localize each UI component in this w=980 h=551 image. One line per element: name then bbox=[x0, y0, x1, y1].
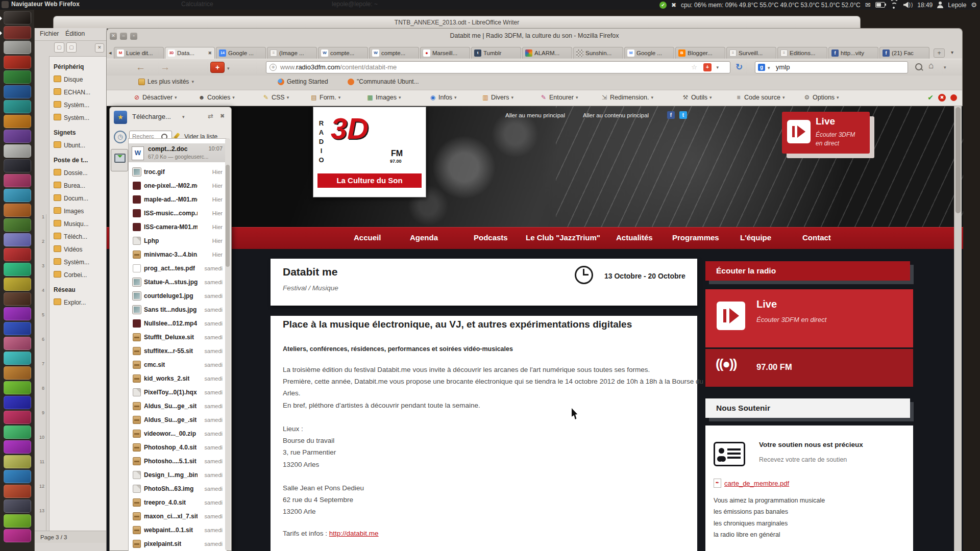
page-scrollbar[interactable] bbox=[954, 106, 962, 551]
update-ok-icon[interactable]: ✔ bbox=[659, 2, 667, 9]
launcher-icon[interactable] bbox=[4, 204, 31, 217]
launcher-icon[interactable] bbox=[4, 130, 31, 143]
downloads-rail[interactable] bbox=[111, 149, 128, 171]
site-nav-item[interactable]: Le Club "JazzTrium" bbox=[526, 233, 600, 242]
live-listen-button[interactable]: Live Écouter 3DFM en direct bbox=[782, 112, 870, 154]
wifi-icon[interactable] bbox=[890, 2, 899, 8]
gear-icon[interactable]: ⚙ bbox=[971, 1, 977, 9]
webdev-menu-item[interactable]: ≡Code source▾ bbox=[735, 94, 785, 101]
launcher-icon[interactable] bbox=[4, 41, 31, 54]
browser-tab[interactable]: ≡(Image ...✖ bbox=[267, 47, 317, 59]
engine-caret-icon[interactable]: ▾ bbox=[768, 65, 770, 70]
launcher-icon[interactable] bbox=[4, 292, 31, 306]
scroll-thumb[interactable] bbox=[955, 107, 961, 213]
site-nav-item[interactable]: Agenda bbox=[410, 233, 438, 242]
launcher-icon[interactable] bbox=[4, 100, 31, 113]
browser-tab[interactable]: f(21) Fac✖ bbox=[879, 47, 929, 59]
launcher-icon[interactable] bbox=[4, 263, 31, 276]
menu-item[interactable]: Fichier bbox=[40, 30, 59, 37]
browser-tab[interactable]: MLucie dit...✖ bbox=[114, 47, 164, 59]
launcher-icon[interactable] bbox=[4, 11, 31, 24]
launcher-icon[interactable] bbox=[4, 174, 31, 187]
launcher-icon[interactable] bbox=[4, 159, 31, 172]
download-item[interactable]: maxon_ci...xl_7.sitsamedi bbox=[129, 510, 227, 523]
home-icon[interactable]: ⌂ bbox=[928, 61, 934, 71]
launcher-icon[interactable] bbox=[4, 218, 31, 232]
download-item[interactable]: treepro_4.0.sitsamedi bbox=[129, 496, 227, 510]
error-icon[interactable]: ✖ bbox=[938, 94, 946, 102]
dialog-sidebar-entry[interactable]: Vidéos bbox=[50, 243, 107, 256]
user-name[interactable]: Lepole bbox=[948, 2, 966, 9]
site-nav-item[interactable]: Podcasts bbox=[474, 233, 508, 242]
bookmark-star-icon[interactable]: ☆ bbox=[691, 63, 697, 71]
bookmark-item[interactable]: "Communauté Ubunt... bbox=[348, 78, 422, 85]
launcher-icon[interactable] bbox=[4, 307, 31, 320]
databit-link[interactable]: http://databit.me bbox=[329, 530, 379, 537]
valid-check-icon[interactable]: ✔ bbox=[927, 93, 934, 102]
download-item[interactable]: videowor..._00.zipsamedi bbox=[129, 427, 227, 441]
download-item[interactable]: cmc.sitsamedi bbox=[129, 358, 227, 372]
download-item[interactable]: pixelpaint.sitsamedi bbox=[129, 537, 227, 551]
download-item[interactable]: Aldus_Su...ge_.sitsamedi bbox=[129, 399, 227, 413]
search-value[interactable]: ymlp bbox=[776, 63, 790, 71]
launcher-icon[interactable] bbox=[4, 529, 31, 542]
skip-to-content-link[interactable]: Aller au contenu principal bbox=[583, 112, 649, 118]
dialog-sidebar-entry[interactable]: Poste de t... bbox=[50, 154, 107, 167]
downloads-title[interactable]: Télécharge... bbox=[132, 113, 171, 120]
tray-x-icon[interactable]: ✖ bbox=[671, 2, 676, 9]
dialog-sidebar-entry[interactable]: Images bbox=[50, 205, 107, 218]
launcher-icon[interactable] bbox=[4, 337, 31, 350]
launcher-icon[interactable] bbox=[4, 455, 31, 468]
download-item[interactable]: Design_I...mg_.binsamedi bbox=[129, 468, 227, 482]
webdev-menu-item[interactable]: ✎Entourer▾ bbox=[540, 94, 578, 101]
downloads-close-icon[interactable]: ✖ bbox=[220, 113, 225, 119]
bookmark-item[interactable]: Les plus visités▾ bbox=[138, 78, 194, 85]
url-bar[interactable]: ⊕ www.radio3dfm.com/content/databit-me ☆… bbox=[266, 61, 730, 73]
search-go-icon[interactable] bbox=[915, 63, 922, 70]
launcher-icon[interactable] bbox=[4, 26, 31, 39]
download-item[interactable]: webpaint...0.1.sitsamedi bbox=[129, 523, 227, 537]
toolbar-overflow-icon[interactable]: ▾ bbox=[944, 65, 946, 70]
launcher-icon[interactable] bbox=[4, 381, 31, 394]
launcher-icon[interactable] bbox=[4, 56, 31, 69]
download-item[interactable]: Sans tit...ndus.jpgsamedi bbox=[129, 303, 227, 317]
webdev-menu-item[interactable]: ☻Cookies▾ bbox=[198, 94, 235, 101]
launcher-icon[interactable] bbox=[4, 366, 31, 380]
history-clock-icon[interactable]: ◷ bbox=[114, 131, 127, 143]
launcher-icon[interactable] bbox=[4, 440, 31, 454]
scroll-thumb[interactable] bbox=[226, 165, 230, 267]
launcher-icon[interactable] bbox=[4, 485, 31, 498]
launcher-icon[interactable] bbox=[4, 514, 31, 528]
menu-item[interactable]: Édition bbox=[65, 30, 85, 37]
dialog-sidebar-entry[interactable]: Musiqu... bbox=[50, 218, 107, 231]
download-item[interactable]: Photosho....5.1.sitsamedi bbox=[129, 455, 227, 468]
app-menu-icon[interactable] bbox=[2, 1, 9, 8]
webdev-menu-item[interactable]: ▥Divers▾ bbox=[482, 94, 513, 101]
launcher-icon[interactable] bbox=[4, 322, 31, 335]
download-item[interactable]: Aldus_Su...ge_.sitsamedi bbox=[129, 413, 227, 427]
browser-tab[interactable]: ALARM...✖ bbox=[522, 47, 572, 59]
download-item-selected[interactable]: W compt...2.doc 10:07 67,0 Ko — googleus… bbox=[129, 143, 227, 162]
browser-tab[interactable]: tTumblr✖ bbox=[471, 47, 521, 59]
download-item[interactable]: StuffIt_Deluxe.sitsamedi bbox=[129, 331, 227, 344]
dialog-sidebar-entry[interactable]: Disque bbox=[50, 73, 107, 86]
downloads-scrollbar[interactable] bbox=[225, 138, 230, 550]
back-button[interactable]: ← bbox=[136, 62, 145, 73]
share-plus-icon[interactable]: + bbox=[703, 63, 712, 71]
firefox-titlebar[interactable]: ✕ – ▫ Databit me | Radio 3DFM, la cultur… bbox=[107, 29, 962, 47]
dialog-close-icon[interactable]: ✕ bbox=[95, 43, 104, 53]
tab-scroll-left-icon[interactable]: ◂ bbox=[109, 49, 112, 56]
volume-icon[interactable]: )) bbox=[903, 2, 913, 8]
browser-tab[interactable]: ≡Surveill...✖ bbox=[726, 47, 776, 59]
webdev-menu-item[interactable]: ▤Form.▾ bbox=[310, 94, 340, 101]
search-bar[interactable]: g ▾ ymlp bbox=[755, 61, 908, 73]
dialog-sidebar-entry[interactable]: Réseau bbox=[50, 284, 107, 296]
membership-pdf-link[interactable]: carte_de_membre.pdf bbox=[724, 480, 789, 487]
webdev-menu-item[interactable]: ⚙Options▾ bbox=[803, 94, 839, 101]
download-item[interactable]: minivmac-3...4.bin.zipHier bbox=[129, 248, 227, 262]
dialog-sidebar-entry[interactable]: ECHAN... bbox=[50, 86, 107, 99]
browser-tab[interactable]: ≡Editions...✖ bbox=[777, 47, 827, 59]
webdev-menu-item[interactable]: ⇲Redimension.▾ bbox=[601, 94, 653, 101]
new-tab-button[interactable]: + bbox=[934, 48, 945, 58]
launcher-icon[interactable] bbox=[4, 425, 31, 439]
